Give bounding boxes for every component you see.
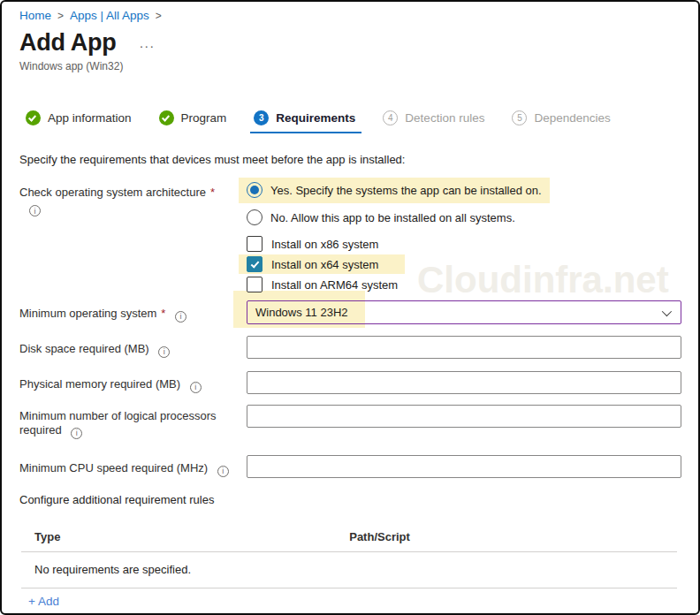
step-app-information[interactable]: App information (26, 110, 132, 125)
disk-space-label-col: Disk space required (MB) i (19, 336, 247, 359)
info-icon[interactable]: i (71, 428, 82, 439)
cpu-speed-row: Minimum CPU speed required (MHz) i (19, 455, 678, 478)
step-label: Requirements (276, 111, 355, 125)
field-label: Minimum number of logical processors req… (19, 409, 217, 437)
minimum-os-row: Minimum operating system* i Windows 11 2… (19, 300, 678, 324)
checkbox-icon (247, 277, 262, 292)
field-label: Physical memory required (MB) (19, 377, 180, 391)
info-icon[interactable]: i (29, 205, 41, 216)
logical-processors-row: Minimum number of logical processors req… (19, 405, 678, 439)
step-detection-rules[interactable]: 4 Detection rules (383, 110, 484, 125)
disk-space-row: Disk space required (MB) i (19, 336, 678, 359)
breadcrumb-home[interactable]: Home (19, 9, 51, 22)
physical-memory-input[interactable] (247, 371, 681, 394)
step-number-icon: 3 (254, 110, 269, 125)
additional-rules-heading: Configure additional requirement rules (19, 493, 214, 506)
logical-processors-label-col: Minimum number of logical processors req… (19, 405, 247, 439)
physical-memory-row: Physical memory required (MB) i (19, 371, 678, 394)
check-icon (159, 110, 174, 125)
step-number-icon: 5 (512, 110, 527, 125)
step-requirements[interactable]: 3 Requirements (254, 110, 355, 125)
radio-yes-specify-systems[interactable]: Yes. Specify the systems the app can be … (239, 178, 550, 203)
step-label: Dependencies (534, 111, 610, 125)
requirements-table: Type Path/Script No requirements are spe… (21, 524, 677, 588)
table-header-row: Type Path/Script (21, 524, 677, 552)
radio-unselected-icon (247, 209, 262, 225)
checkbox-arm64[interactable]: Install on ARM64 system (239, 275, 406, 294)
dropdown-value: Windows 11 23H2 (255, 306, 348, 319)
chevron-down-icon (662, 307, 672, 316)
checkbox-icon (247, 236, 262, 252)
cpu-speed-input[interactable] (247, 455, 681, 478)
step-label: App information (48, 111, 132, 125)
check-icon (26, 110, 41, 125)
more-options-icon[interactable]: ··· (139, 33, 155, 53)
step-label: Program (181, 111, 227, 125)
title-row: Add App ··· (19, 29, 155, 57)
column-header-path-script: Path/Script (349, 530, 410, 543)
table-empty-message: No requirements are specified. (21, 552, 677, 588)
radio-no-all-systems[interactable]: No. Allow this app to be installed on al… (239, 205, 523, 231)
breadcrumb-separator-icon: > (57, 10, 64, 22)
step-number-icon: 4 (383, 110, 398, 125)
breadcrumb-separator-icon: > (156, 10, 162, 22)
breadcrumb: Home > Apps | All Apps > (19, 9, 162, 22)
wizard-steps: App information Program 3 Requirements 4… (26, 110, 638, 125)
checkbox-label: Install on x86 system (271, 238, 378, 251)
step-program[interactable]: Program (159, 110, 227, 125)
page-subtitle: Windows app (Win32) (19, 60, 123, 72)
checkbox-x64[interactable]: Install on x64 system (239, 254, 405, 274)
checkbox-label: Install on ARM64 system (271, 278, 398, 292)
minimum-os-label-col: Minimum operating system* i (19, 300, 247, 324)
add-requirement-link[interactable]: + Add (28, 595, 59, 608)
checkbox-checked-icon (247, 256, 262, 272)
os-architecture-row: Check operating system architecture* i Y… (19, 178, 678, 294)
field-label: Minimum operating system (19, 307, 156, 320)
physical-memory-label-col: Physical memory required (MB) i (19, 371, 247, 394)
info-icon[interactable]: i (217, 466, 229, 477)
checkbox-label: Install on x64 system (271, 258, 378, 271)
info-icon[interactable]: i (175, 311, 186, 323)
checkbox-x86[interactable]: Install on x86 system (239, 234, 386, 254)
column-header-type: Type (34, 530, 349, 543)
step-dependencies[interactable]: 5 Dependencies (512, 110, 610, 125)
radio-label: No. Allow this app to be installed on al… (270, 211, 515, 224)
field-label: Minimum CPU speed required (MHz) (19, 461, 208, 475)
info-icon[interactable]: i (190, 382, 202, 393)
logical-processors-input[interactable] (247, 405, 681, 428)
add-app-page: Cloudinfra.net Home > Apps | All Apps > … (0, 0, 700, 615)
field-label: Disk space required (MB) (19, 342, 149, 355)
os-architecture-label-col: Check operating system architecture* i (19, 178, 247, 294)
field-label: Check operating system architecture (19, 186, 206, 199)
step-label: Detection rules (405, 111, 484, 125)
required-asterisk: * (161, 307, 165, 320)
os-architecture-controls: Yes. Specify the systems the app can be … (247, 178, 678, 294)
intro-text: Specify the requirements that devices mu… (19, 153, 405, 166)
minimum-os-dropdown[interactable]: Windows 11 23H2 (247, 300, 681, 324)
breadcrumb-all-apps[interactable]: Apps | All Apps (70, 9, 149, 22)
cpu-speed-label-col: Minimum CPU speed required (MHz) i (19, 455, 247, 478)
minimum-os-control: Windows 11 23H2 (247, 300, 681, 324)
radio-label: Yes. Specify the systems the app can be … (270, 184, 542, 197)
radio-selected-icon (247, 182, 262, 198)
info-icon[interactable]: i (158, 346, 170, 358)
page-title: Add App (19, 29, 116, 57)
disk-space-input[interactable] (247, 336, 681, 359)
required-asterisk: * (210, 186, 215, 199)
